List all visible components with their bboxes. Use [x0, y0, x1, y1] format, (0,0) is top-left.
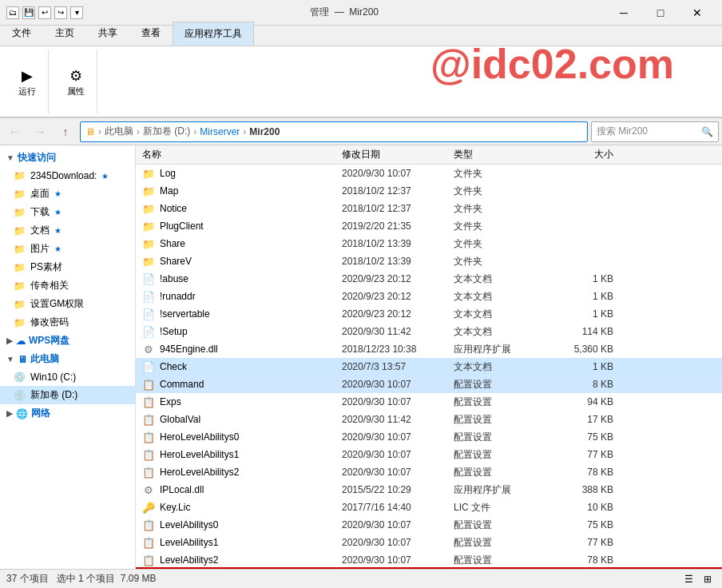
sidebar-item-downloads2[interactable]: 📁 下载 ★	[0, 203, 135, 221]
table-row[interactable]: 📄 Check 2020/7/3 13:57 文本文档 1 KB	[136, 358, 722, 375]
maximize-button[interactable]: □	[642, 0, 679, 26]
file-date: 2019/2/20 21:35	[342, 220, 454, 232]
table-row[interactable]: 📋 HeroLevelAbilitys1 2020/9/30 10:07 配置设…	[136, 446, 722, 463]
sidebar-wps[interactable]: ▶ ☁ WPS网盘	[0, 332, 135, 350]
file-date: 2020/9/30 10:07	[342, 168, 454, 179]
sidebar-item-desktop[interactable]: 📁 桌面 ★	[0, 185, 135, 203]
tab-view[interactable]: 查看	[129, 21, 173, 46]
col-date[interactable]: 修改日期	[342, 148, 454, 161]
sidebar-item-d[interactable]: 💿 新加卷 (D:)	[0, 386, 135, 404]
main-layout: ▼ 快速访问 📁 2345Download: ★ 📁 桌面 ★ 📁 下载 ★ 📁…	[0, 145, 722, 569]
arrow-icon: ▼	[6, 153, 14, 162]
crumb-pc[interactable]: 此电脑	[105, 125, 133, 138]
table-row[interactable]: 📄 !servertable 2020/9/23 20:12 文本文档 1 KB	[136, 305, 722, 323]
sidebar-item-c[interactable]: 💿 Win10 (C:)	[0, 368, 135, 386]
table-row[interactable]: 🔑 Key.Lic 2017/7/16 14:40 LIC 文件 10 KB	[136, 499, 722, 516]
table-row[interactable]: 📁 Log 2020/9/30 10:07 文件夹	[136, 165, 722, 182]
table-row[interactable]: 📋 LevelAbilitys1 2020/9/30 10:07 配置设置 77…	[136, 534, 722, 551]
search-box[interactable]: 搜索 Mir200 🔍	[591, 121, 719, 142]
sidebar-pc[interactable]: ▼ 🖥 此电脑	[0, 350, 135, 368]
col-type[interactable]: 类型	[454, 148, 549, 161]
forward-button[interactable]: →	[29, 121, 51, 143]
folder-icon-addr: 🖥	[85, 126, 95, 137]
table-row[interactable]: ⚙ 945Engine.dll 2018/12/23 10:38 应用程序扩展 …	[136, 340, 722, 358]
properties-icon: ⚙	[66, 66, 85, 85]
file-type: 配置设置	[454, 518, 549, 532]
table-row[interactable]: 📁 PlugClient 2019/2/20 21:35 文件夹	[136, 217, 722, 235]
folder-icon: 📁	[142, 167, 155, 180]
sidebar-item-gm[interactable]: 📁 设置GM权限	[0, 295, 135, 313]
file-type: 文本文档	[454, 308, 549, 321]
table-row[interactable]: 📄 !Setup 2020/9/30 11:42 文本文档 114 KB	[136, 323, 722, 340]
crumb-drive[interactable]: 新加卷 (D:)	[143, 125, 190, 138]
txt-icon: 📄	[142, 325, 155, 338]
file-size: 10 KB	[549, 502, 613, 513]
col-name[interactable]: 名称	[142, 148, 342, 161]
up-button[interactable]: ↑	[54, 121, 77, 143]
cfg-icon: 📋	[142, 395, 155, 408]
table-row[interactable]: 📁 Share 2018/10/2 13:39 文件夹	[136, 235, 722, 252]
sidebar-item-docs[interactable]: 📁 文档 ★	[0, 221, 135, 240]
sidebar-item-ps[interactable]: 📁 PS素材	[0, 258, 135, 276]
tab-share[interactable]: 共享	[86, 21, 129, 46]
sidebar-item-downloads[interactable]: 📁 2345Download: ★	[0, 167, 135, 185]
ribbon-properties-button[interactable]: ⚙ 属性	[61, 65, 90, 99]
sidebar-item-legend[interactable]: 📁 传奇相关	[0, 276, 135, 295]
col-size[interactable]: 大小	[549, 148, 613, 161]
table-row[interactable]: 📄 !runaddr 2020/9/23 20:12 文本文档 1 KB	[136, 288, 722, 305]
crumb-mirserver[interactable]: Mirserver	[200, 126, 240, 137]
tab-apptools[interactable]: 应用程序工具	[173, 22, 254, 46]
sidebar-network[interactable]: ▶ 🌐 网络	[0, 404, 135, 423]
save-icon[interactable]: 💾	[22, 6, 35, 19]
file-type: 配置设置	[454, 536, 549, 550]
table-row[interactable]: 📋 Exps 2020/9/30 10:07 配置设置 94 KB	[136, 393, 722, 411]
table-row[interactable]: 📋 LevelAbilitys2 2020/9/30 10:07 配置设置 78…	[136, 551, 722, 569]
file-type: 应用程序扩展	[454, 343, 549, 356]
file-date: 2018/10/2 13:39	[342, 238, 454, 249]
file-date: 2020/7/3 13:57	[342, 361, 454, 372]
sidebar-item-pictures[interactable]: 📁 图片 ★	[0, 240, 135, 258]
table-row[interactable]: 📁 Map 2018/10/2 12:37 文件夹	[136, 182, 722, 200]
redo-icon[interactable]: ↪	[54, 6, 67, 19]
tab-home[interactable]: 主页	[43, 21, 86, 46]
arrow-icon: ▶	[6, 409, 13, 418]
ribbon-run-button[interactable]: ▶ 运行	[13, 65, 42, 99]
file-name-label: Key.Lic	[160, 502, 190, 513]
minimize-button[interactable]: ─	[605, 0, 642, 26]
view-tiles-button[interactable]: ⊞	[700, 571, 716, 587]
table-row[interactable]: 📋 LevelAbilitys0 2020/9/30 10:07 配置设置 75…	[136, 516, 722, 534]
table-row[interactable]: 📋 Command 2020/9/30 10:07 配置设置 8 KB	[136, 375, 722, 393]
sidebar-item-pwd[interactable]: 📁 修改密码	[0, 313, 135, 332]
status-info: 37 个项目 选中 1 个项目 7.09 MB	[6, 572, 156, 586]
table-row[interactable]: 📋 GlobalVal 2020/9/30 11:42 配置设置 17 KB	[136, 411, 722, 428]
dll-icon: ⚙	[142, 343, 155, 356]
cfg-icon: 📋	[142, 518, 155, 531]
address-box[interactable]: 🖥 › 此电脑 › 新加卷 (D:) › Mirserver › Mir200	[80, 121, 588, 142]
ribbon-section-run: ▶ 运行	[6, 50, 49, 113]
file-name-label: IPLocal.dll	[160, 484, 204, 495]
file-date: 2020/9/30 10:07	[342, 396, 454, 407]
file-size: 1 KB	[549, 308, 613, 320]
table-row[interactable]: ⚙ IPLocal.dll 2015/5/22 10:29 应用程序扩展 388…	[136, 481, 722, 499]
back-button[interactable]: ←	[3, 121, 26, 143]
file-size: 1 KB	[549, 291, 613, 302]
table-row[interactable]: 📋 HeroLevelAbilitys2 2020/9/30 10:07 配置设…	[136, 463, 722, 481]
file-type: 配置设置	[454, 431, 549, 444]
sidebar-quick-access[interactable]: ▼ 快速访问	[0, 149, 135, 167]
file-date: 2018/10/2 12:37	[342, 185, 454, 197]
close-button[interactable]: ✕	[679, 0, 716, 26]
table-row[interactable]: 📄 !abuse 2020/9/23 20:12 文本文档 1 KB	[136, 270, 722, 288]
dropdown-icon[interactable]: ▾	[70, 6, 83, 19]
tab-file[interactable]: 文件	[0, 21, 43, 46]
undo-icon[interactable]: ↩	[38, 6, 51, 19]
file-type: LIC 文件	[454, 501, 549, 514]
view-details-button[interactable]: ☰	[680, 571, 696, 587]
sidebar: ▼ 快速访问 📁 2345Download: ★ 📁 桌面 ★ 📁 下载 ★ 📁…	[0, 145, 136, 569]
table-row[interactable]: 📋 HeroLevelAbilitys0 2020/9/30 10:07 配置设…	[136, 428, 722, 446]
file-name-label: LevelAbilitys0	[160, 519, 218, 530]
cfg-icon: 📋	[142, 466, 155, 479]
file-list: 📁 Log 2020/9/30 10:07 文件夹 📁 Map 2018/10/…	[136, 165, 722, 569]
table-row[interactable]: 📁 Notice 2018/10/2 12:37 文件夹	[136, 200, 722, 217]
table-row[interactable]: 📁 ShareV 2018/10/2 13:39 文件夹	[136, 252, 722, 270]
file-date: 2020/9/30 10:07	[342, 379, 454, 390]
